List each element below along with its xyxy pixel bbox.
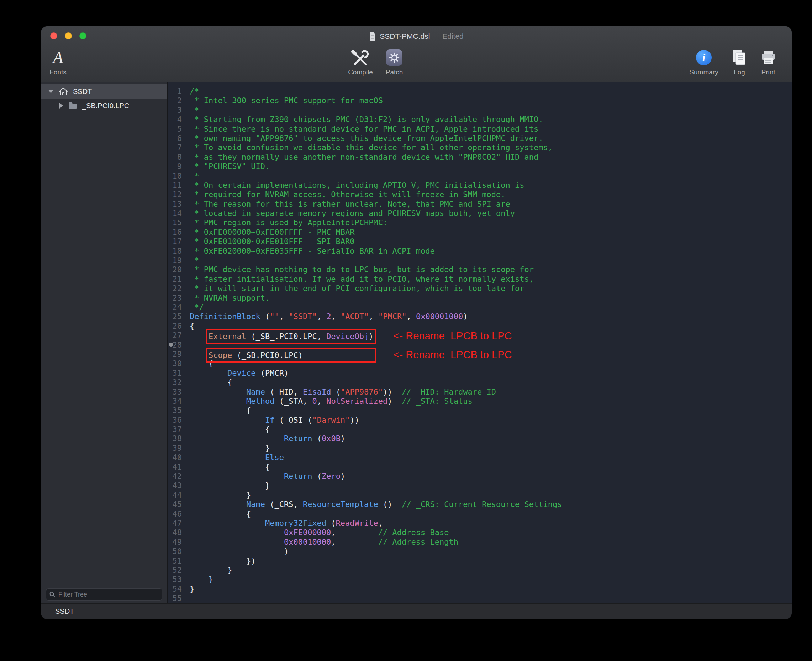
code-line-1: /*: [190, 87, 792, 96]
code-line-27: External (_SB_.PCI0.LPC, DeviceObj)<- Re…: [190, 331, 792, 340]
print-button[interactable]: Print: [749, 48, 788, 76]
patch-button[interactable]: Patch: [375, 48, 414, 76]
code-line-20: * PMC device has nothing to do to LPC bu…: [190, 265, 792, 274]
line-number: 7: [168, 143, 182, 152]
line-number: 35: [168, 406, 182, 415]
code-token: * as they normally use another non-stand…: [190, 153, 539, 161]
code-line-49: 0x00010000, // Address Length: [190, 538, 792, 547]
code-token: )): [350, 415, 360, 425]
line-number: 23: [168, 294, 182, 303]
code-token: "SSDT": [289, 312, 316, 321]
code-editor[interactable]: 1234567891011121314151617181920212223242…: [168, 82, 792, 604]
code-token: ,: [331, 528, 378, 537]
line-number: 15: [168, 218, 182, 227]
code-line-26: {: [190, 322, 792, 331]
code-token: * "PCHRESV" UID.: [190, 162, 270, 171]
line-number: 1: [168, 87, 182, 96]
code-token: (): [378, 500, 402, 509]
code-token: [190, 472, 284, 481]
code-token: (: [312, 434, 322, 443]
code-line-21: * faster initialisation. If we add it to…: [190, 275, 792, 284]
line-number: 4: [168, 115, 182, 124]
disclosure-triangle-collapsed-icon[interactable]: [59, 103, 63, 109]
code-token: 0x0B: [322, 434, 340, 443]
code-line-38: Return (0x0B): [190, 434, 792, 443]
line-number: 2: [168, 96, 182, 105]
line-number: 42: [168, 472, 182, 481]
code-line-39: }: [190, 444, 792, 453]
code-token: ,: [406, 312, 416, 321]
summary-info-icon: i: [696, 48, 712, 68]
code-line-36: If (_OSI ("Darwin")): [190, 415, 792, 425]
code-line-41: {: [190, 463, 792, 472]
code-token: (_HID,: [265, 387, 303, 396]
line-number: 47: [168, 519, 182, 528]
code-token: (PMCR): [256, 369, 289, 377]
code-line-17: * 0xFE010000~0xFE010FFF - SPI BAR0: [190, 237, 792, 246]
summary-button[interactable]: i Summary: [684, 48, 723, 76]
code-token: * To avoid confusion we disable this dev…: [190, 143, 553, 152]
code-line-29: Scope (_SB.PCI0.LPC) <- Rename LPCB to L…: [190, 350, 792, 359]
line-number: 37: [168, 425, 182, 434]
code-token: [190, 519, 265, 528]
home-icon: [59, 87, 68, 96]
sidebar-item-label: _SB.PCI0.LPC: [82, 102, 129, 110]
rename-highlight-box: Scope (_SB.PCI0.LPC): [208, 351, 374, 360]
code-line-18: * 0xFE020000~0xFE035FFF - SerialIo BAR i…: [190, 246, 792, 256]
code-line-23: * NVRAM support.: [190, 294, 792, 303]
maciasl-window: SSDT-PMC.dsl — Edited A Fonts Co: [41, 26, 792, 619]
code-token: [190, 387, 246, 396]
rename-annotation: <- Rename LPCB to LPC: [393, 349, 512, 360]
code-token: ,: [378, 519, 383, 528]
code-token: "PMCR": [378, 312, 406, 321]
line-number: 30: [168, 359, 182, 368]
sidebar-item-sb-pci0-lpc[interactable]: _SB.PCI0.LPC: [41, 99, 167, 113]
code-line-54: }: [190, 584, 792, 594]
code-token: NotSerialized: [326, 397, 387, 406]
code-token: (_CRS,: [265, 500, 303, 509]
status-bar: SSDT: [41, 604, 792, 619]
code-token: 0x00001000: [416, 312, 463, 321]
compile-button[interactable]: Compile: [341, 48, 380, 76]
code-line-45: Name (_CRS, ResourceTemplate () // _CRS:…: [190, 500, 792, 509]
disclosure-triangle-expanded-icon[interactable]: [48, 89, 54, 93]
fonts-button[interactable]: A Fonts: [41, 48, 78, 76]
rename-annotation: <- Rename LPCB to LPC: [393, 330, 512, 342]
code-token: ResourceTemplate: [303, 500, 378, 509]
code-token: ,: [331, 538, 378, 546]
code-token: Return: [284, 472, 312, 481]
code-line-19: *: [190, 256, 792, 265]
code-token: (_SB.PCI0.LPC): [232, 351, 303, 360]
code-line-48: 0xFE000000, // Address Base: [190, 528, 792, 537]
sidebar-item-ssdt[interactable]: SSDT: [41, 84, 167, 99]
code-token: (_OSI (: [274, 415, 312, 425]
code-token: [190, 528, 284, 537]
line-number: 54: [168, 584, 182, 594]
line-number: 18: [168, 246, 182, 256]
code-token: ,: [317, 312, 327, 321]
code-line-10: *: [190, 171, 792, 181]
code-token: "APP9876": [340, 387, 383, 396]
code-token: * On certain implementations, including …: [190, 181, 524, 190]
compile-label: Compile: [348, 68, 373, 76]
code-line-11: * On certain implementations, including …: [190, 181, 792, 190]
code-token: * PMC device has nothing to do to LPC bu…: [190, 265, 534, 274]
line-number: 10: [168, 171, 182, 181]
code-token: [190, 369, 227, 377]
code-token: }: [190, 566, 232, 575]
code-token: (_STA,: [274, 397, 312, 406]
code-line-5: * Since there is no standard device for …: [190, 125, 792, 134]
code-token: }: [190, 584, 194, 593]
code-token: * NVRAM support.: [190, 294, 270, 302]
filter-tree-field[interactable]: [46, 588, 162, 600]
code-token: ): [190, 547, 289, 556]
code-line-8: * as they normally use another non-stand…: [190, 153, 792, 162]
code-token: ReadWrite: [336, 519, 378, 528]
code-token: // Address Base: [378, 528, 449, 537]
filter-tree-input[interactable]: [58, 591, 159, 599]
code-line-22: * it will start in the end of PCI config…: [190, 284, 792, 293]
line-number: 36: [168, 415, 182, 425]
code-token: (: [312, 472, 322, 481]
code-line-12: * required for NVRAM access. Otherwise i…: [190, 190, 792, 199]
code-token: DefinitionBlock: [190, 312, 261, 321]
